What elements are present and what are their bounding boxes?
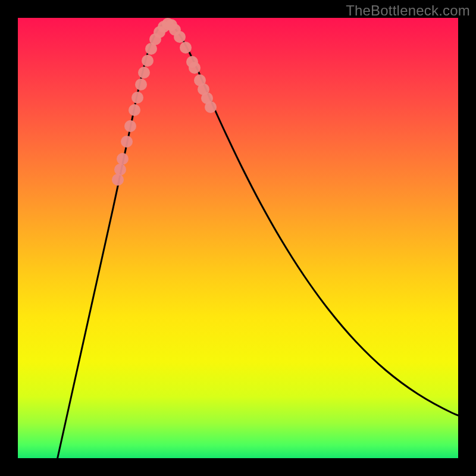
marker-dot: [131, 92, 143, 104]
marker-dot: [205, 101, 217, 113]
marker-dot: [112, 174, 124, 186]
marker-dot: [117, 153, 129, 165]
chart-stage: TheBottleneck.com: [0, 0, 476, 476]
marker-dot: [180, 42, 192, 54]
marker-dot: [138, 67, 150, 79]
watermark-text: TheBottleneck.com: [346, 2, 470, 19]
marker-dot: [114, 164, 126, 176]
left-marker-cluster: [112, 18, 174, 186]
marker-dot: [135, 79, 147, 90]
right-marker-cluster: [165, 19, 217, 113]
marker-dot: [142, 55, 154, 67]
chart-svg: [18, 18, 458, 458]
plot-area: [18, 18, 458, 458]
marker-dot: [124, 120, 136, 132]
marker-dot: [174, 31, 186, 43]
marker-dot: [129, 104, 140, 116]
marker-dot: [121, 136, 133, 148]
bottleneck-curve: [54, 23, 458, 458]
marker-dot: [189, 62, 201, 74]
